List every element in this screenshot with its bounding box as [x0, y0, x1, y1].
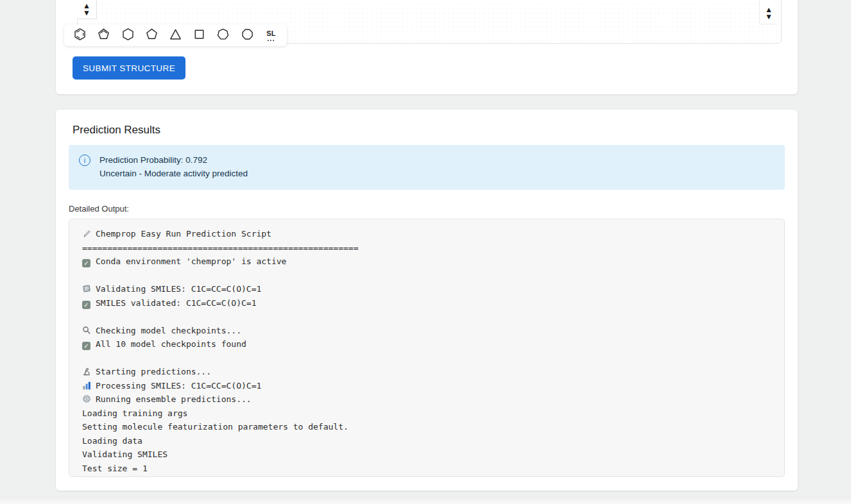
scroll-down-icon[interactable]: ▼ — [765, 13, 773, 21]
info-alert: i Prediction Probability: 0.792 Uncertai… — [69, 145, 785, 190]
console-text: Conda environment 'chemprop' is active — [96, 256, 286, 266]
cyclopropane-icon — [168, 27, 183, 44]
console-line: Running ensemble predictions... — [82, 392, 771, 407]
cyclohexane-icon — [121, 27, 135, 44]
console-text — [82, 353, 87, 363]
structure-editor-card: ▲ ▼ ▲ ▼ SL... SUBMIT STRUCTURE — [56, 0, 798, 94]
template-cyclopentadiene-button[interactable] — [94, 26, 114, 44]
console-line: ✓All 10 model checkpoints found — [82, 337, 771, 351]
console-line: ✓SMILES validated: C1C=CC=C(O)C=1 — [82, 296, 771, 310]
structure-library-icon: SL... — [266, 31, 275, 40]
console-text: Processing SMILES: C1C=CC=C(O)C=1 — [96, 381, 261, 391]
console-text: Running ensemble predictions... — [96, 394, 252, 404]
cyclopentadiene-icon — [96, 27, 111, 44]
console-text: Loading training args — [82, 408, 187, 418]
console-text: Test size = 1 — [82, 464, 148, 473]
console-text: Loading data — [82, 436, 142, 446]
console-text: Setting molecule featurization parameter… — [82, 422, 348, 432]
console-line: Test size = 1 — [82, 462, 771, 476]
console-line: Loading training args — [82, 407, 771, 421]
console-line: Chemprop Easy Run Prediction Script — [82, 227, 771, 241]
prediction-results-card: Prediction Results i Prediction Probabil… — [56, 110, 798, 491]
console-line — [82, 310, 771, 324]
left-toolbar-scroll: ▲ ▼ — [77, 0, 97, 19]
right-toolbar-scroll: ▲ ▼ — [759, 0, 778, 24]
template-cycloheptane-button[interactable] — [214, 26, 233, 44]
console-line: ========================================… — [82, 241, 771, 255]
console-text: Validating SMILES: C1C=CC=C(O)C=1 — [96, 284, 261, 294]
console-line: Validating SMILES: C1C=CC=C(O)C=1 — [82, 282, 771, 296]
checkbox-icon: ✓ — [82, 256, 92, 270]
bar-chart-icon — [82, 380, 92, 394]
template-benzene-button[interactable] — [71, 26, 90, 44]
console-text: Checking model checkpoints... — [96, 326, 241, 335]
cyclobutane-icon — [192, 27, 207, 44]
template-cyclopentane-button[interactable] — [142, 26, 161, 44]
footer-band — [0, 496, 851, 504]
page: ▲ ▼ ▲ ▼ SL... SUBMIT STRUCTURE Predictio… — [0, 0, 851, 504]
info-icon: i — [79, 155, 90, 166]
template-cyclohexane-button[interactable] — [118, 26, 137, 44]
console-text: All 10 model checkpoints found — [96, 339, 246, 349]
console-line — [82, 351, 771, 365]
console-line: Setting molecule featurization parameter… — [82, 420, 771, 434]
console-output: Chemprop Easy Run Prediction Script=====… — [69, 219, 785, 477]
scroll-down-icon[interactable]: ▼ — [83, 10, 90, 17]
results-title: Prediction Results — [73, 124, 785, 137]
cyclopentane-icon — [144, 27, 159, 44]
console-line: Checking model checkpoints... — [82, 324, 771, 338]
detailed-output-label: Detailed Output: — [69, 204, 785, 214]
console-text: Chemprop Easy Run Prediction Script — [96, 229, 271, 239]
console-line: Loading pretrained parameter "encoder.en… — [82, 475, 771, 477]
console-line: Loading data — [82, 434, 771, 448]
console-line: Processing SMILES: C1C=CC=C(O)C=1 — [82, 379, 771, 393]
console-text — [82, 312, 87, 321]
template-structure-library-button[interactable]: SL... — [261, 26, 280, 44]
submit-structure-button[interactable]: SUBMIT STRUCTURE — [73, 56, 185, 80]
microscope-icon — [82, 366, 92, 380]
magnifier-icon — [82, 325, 92, 339]
console-text: Validating SMILES — [82, 449, 168, 459]
prediction-verdict-text: Uncertain - Moderate activity predicted — [99, 167, 248, 180]
console-text: ========================================… — [82, 243, 358, 253]
pencil-icon — [82, 228, 92, 242]
template-cyclobutane-button[interactable] — [190, 26, 209, 44]
ring-template-toolbar: SL... — [64, 24, 287, 46]
cycloheptane-icon — [216, 27, 230, 44]
template-cyclopropane-button[interactable] — [166, 26, 185, 44]
console-line: Validating SMILES — [82, 448, 771, 462]
console-line — [82, 269, 771, 283]
console-line: ✓Conda environment 'chemprop' is active — [82, 255, 771, 269]
cyclooctane-icon — [240, 27, 255, 44]
checkbox-icon: ✓ — [82, 298, 92, 312]
console-text — [82, 271, 87, 280]
checkbox-icon: ✓ — [82, 339, 92, 353]
clipboard-icon — [82, 283, 92, 298]
benzene-icon — [73, 27, 87, 44]
console-text: Starting predictions... — [96, 367, 211, 376]
console-text: SMILES validated: C1C=CC=C(O)C=1 — [96, 298, 256, 308]
prediction-probability-text: Prediction Probability: 0.792 — [99, 153, 248, 167]
globe-icon — [82, 394, 92, 408]
console-line: Starting predictions... — [82, 365, 771, 379]
template-cyclooctane-button[interactable] — [237, 26, 257, 44]
